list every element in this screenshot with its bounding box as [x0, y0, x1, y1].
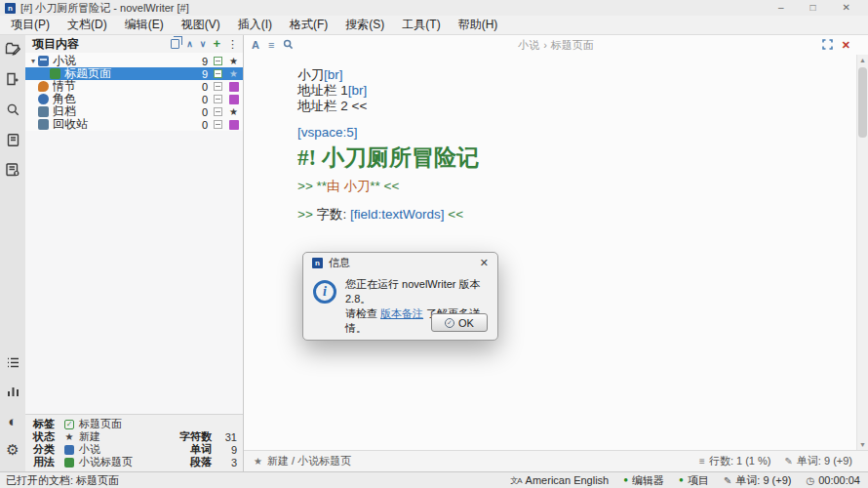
- menu-view[interactable]: 视图(V): [173, 15, 229, 35]
- word-count: 0: [190, 94, 208, 105]
- dialog-title-bar: n 信息 ✕: [303, 253, 497, 273]
- document-settings-icon: [5, 162, 20, 182]
- editor-status[interactable]: ●编辑器: [623, 473, 664, 488]
- importance-square-icon: [229, 120, 239, 130]
- ok-button[interactable]: ✓ OK: [431, 313, 488, 332]
- menu-edit[interactable]: 编辑(E): [116, 15, 173, 35]
- bar-chart-icon: [6, 384, 20, 402]
- scroll-up-icon[interactable]: ▲: [857, 57, 868, 63]
- session-time-status[interactable]: ◷00:00:04: [806, 474, 860, 486]
- word-count-status[interactable]: ✎单词: 9 (+9): [784, 454, 852, 468]
- usage-icon: [64, 458, 74, 468]
- expander-icon[interactable]: ▾: [28, 57, 38, 65]
- active-checkbox[interactable]: [214, 95, 222, 103]
- close-document-icon[interactable]: ✕: [842, 40, 850, 51]
- word-count: 0: [190, 106, 208, 118]
- window-title: [#] 小刀厕所冒险记 - novelWriter [#]: [20, 1, 189, 16]
- outline-view-button[interactable]: [3, 132, 22, 151]
- close-button[interactable]: ✕: [843, 3, 850, 13]
- focus-mode-icon[interactable]: [822, 36, 833, 54]
- green-dot-icon: ●: [679, 476, 684, 484]
- project-panel-title: 项目内容: [32, 36, 79, 53]
- theme-toggle-button[interactable]: ◐: [3, 411, 22, 430]
- app-icon: n: [5, 3, 16, 14]
- outline-menu-button[interactable]: ≡: [268, 39, 274, 51]
- scroll-down-icon[interactable]: ▼: [857, 441, 868, 448]
- menu-format[interactable]: 格式(F): [281, 15, 336, 35]
- status-star-icon: ★: [228, 106, 239, 117]
- editor-footer: ★ 新建 / 小说标题页 ≡行数: 1 (1 %) ✎单词: 9 (+9): [244, 450, 868, 471]
- document-add-icon: [5, 71, 20, 91]
- menu-bar: 项目(P) 文档(D) 编辑(E) 视图(V) 插入(I) 格式(F) 搜索(S…: [0, 16, 868, 35]
- activity-bar: ◐ ⚙: [0, 35, 25, 471]
- project-details-button[interactable]: [3, 41, 22, 61]
- paragraphs-count-label: 段落: [145, 455, 212, 469]
- novel-outline-button[interactable]: [3, 354, 22, 374]
- status-star-icon: ★: [254, 456, 262, 467]
- menu-project[interactable]: 项目(P): [2, 15, 59, 35]
- build-manuscript-button[interactable]: [3, 162, 22, 182]
- status-bar: 已打开的文档: 标题页面 文AAmerican English ●编辑器 ●项目…: [0, 471, 868, 488]
- active-checkbox[interactable]: [214, 82, 222, 91]
- active-checkbox[interactable]: [214, 120, 222, 129]
- menu-document[interactable]: 文档(D): [59, 15, 116, 35]
- line-count-status[interactable]: ≡行数: 1 (1 %): [699, 454, 770, 468]
- editor-scrollbar[interactable]: ▲ ▼: [856, 55, 868, 450]
- move-down-button[interactable]: ∨: [200, 39, 207, 49]
- menu-tools[interactable]: 工具(T): [393, 15, 449, 35]
- writing-stats-button[interactable]: [3, 383, 22, 402]
- info-dialog: n 信息 ✕ i 您正在运行 novelWriter 版本 2.8。 请检查 版…: [302, 252, 498, 341]
- class-book-icon: [64, 445, 74, 455]
- item-details-panel: 标签 ✓ 标题页面 状态 ★ 新建 字符数 31 分类 小说 单词 9: [25, 414, 243, 471]
- breadcrumb-separator: ›: [543, 39, 547, 51]
- doc-line: >> **由 小刀** <<: [297, 179, 848, 194]
- menu-search[interactable]: 搜索(S): [336, 15, 393, 35]
- project-panel: 项目内容 ∧ ∨ + ⋮ ▾ 小说 9 ★: [25, 35, 244, 471]
- tag-check-icon: ✓: [64, 420, 74, 429]
- novel-view-button[interactable]: [3, 71, 22, 91]
- importance-square-icon: [229, 95, 239, 104]
- active-checkbox[interactable]: [214, 107, 222, 116]
- scrollbar-thumb[interactable]: [858, 67, 867, 138]
- settings-button[interactable]: ⚙: [3, 439, 22, 459]
- menu-insert[interactable]: 插入(I): [229, 15, 281, 35]
- project-status[interactable]: ●项目: [679, 473, 709, 488]
- search-icon: [6, 102, 20, 121]
- doc-line: 小刀[br]: [297, 67, 848, 83]
- status-star-icon: ★: [64, 432, 74, 442]
- dialog-close-icon[interactable]: ✕: [480, 258, 489, 268]
- info-icon: i: [313, 280, 336, 304]
- word-count: 0: [190, 119, 208, 131]
- maximize-button[interactable]: □: [810, 3, 816, 13]
- characters-icon: [38, 94, 49, 104]
- document-editor: A ≡ 小说›标题页面 ✕ 小刀[br] 地址栏 1[br] 地址栏 2 << …: [244, 35, 868, 471]
- format-menu-button[interactable]: A: [252, 39, 259, 51]
- clock-icon: ◷: [806, 475, 814, 486]
- active-checkbox[interactable]: [214, 69, 222, 78]
- editor-search-button[interactable]: [283, 39, 294, 52]
- doc-line: >> 字数: [field:textWords] <<: [297, 207, 848, 223]
- document-status-text[interactable]: 新建 / 小说标题页: [267, 454, 351, 468]
- minimize-button[interactable]: –: [778, 3, 784, 13]
- menu-help[interactable]: 帮助(H): [450, 15, 507, 35]
- project-panel-header: 项目内容 ∧ ∨ + ⋮: [25, 35, 243, 53]
- session-words-status[interactable]: ✎单词: 9 (+9): [724, 473, 792, 488]
- word-count: 9: [190, 68, 208, 80]
- pen-icon: ✎: [724, 475, 731, 486]
- active-checkbox[interactable]: [214, 57, 222, 65]
- language-icon: 文A: [510, 475, 521, 486]
- book-icon: [38, 56, 49, 66]
- tree-empty-area: [25, 131, 243, 414]
- plot-icon: [38, 81, 49, 92]
- move-up-button[interactable]: ∧: [186, 39, 193, 49]
- project-tree: ▾ 小说 9 ★ 标题页面 9 ★: [25, 53, 243, 131]
- tree-item-trash[interactable]: 回收站 0: [25, 118, 243, 131]
- search-button[interactable]: [3, 102, 22, 121]
- release-notes-link[interactable]: 版本备注: [380, 307, 423, 319]
- paragraphs-count-value: 3: [212, 457, 237, 468]
- language-status[interactable]: 文AAmerican English: [510, 474, 609, 486]
- quick-links-icon[interactable]: [171, 39, 179, 49]
- doc-title-line: #! 小刀厕所冒险记: [297, 150, 848, 166]
- add-item-button[interactable]: +: [213, 39, 220, 49]
- more-options-button[interactable]: ⋮: [227, 38, 238, 51]
